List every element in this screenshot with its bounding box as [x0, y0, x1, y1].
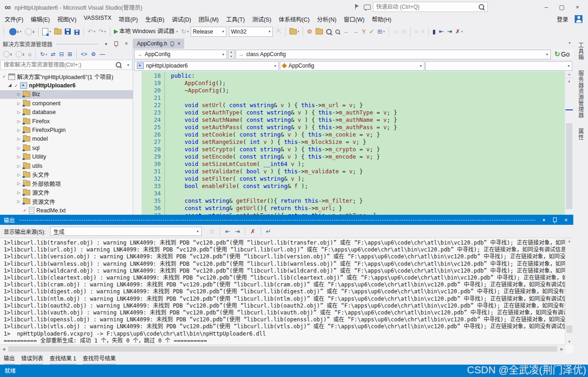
maximize-button[interactable]: ▢	[554, 1, 570, 12]
tree-row-model[interactable]: ▷model	[0, 135, 133, 143]
menu-item-c[interactable]: 体系结构(C)	[275, 14, 313, 24]
output-hscrollbar[interactable]: ◀ ▶	[0, 344, 565, 353]
menu-item-f[interactable]: 文件(F)	[1, 14, 27, 24]
close-tab-icon[interactable]: ×	[177, 40, 181, 47]
user-avatar-icon[interactable]	[575, 15, 582, 23]
scrollbar-thumb[interactable]	[566, 326, 572, 333]
tree-collapsed-icon[interactable]: ▷	[17, 137, 21, 141]
show-all-files-icon[interactable]: ⊞	[66, 51, 74, 58]
right-tab-属性[interactable]: 属性	[577, 128, 585, 140]
tree-collapsed-icon[interactable]: ▷	[17, 146, 21, 150]
project-combo[interactable]: npHttpUploader6▾	[134, 61, 279, 71]
tree-row-firefoxplugin[interactable]: ▷FirefoxPlugin	[0, 126, 133, 134]
word-wrap-icon[interactable]: ↵	[265, 228, 272, 235]
tree-collapsed-icon[interactable]: ▷	[17, 181, 21, 186]
tree-collapsed-icon[interactable]: ▷	[17, 199, 21, 204]
va-nav-back-icon[interactable]: ←	[342, 28, 351, 35]
menu-item-v[interactable]: 视图(V)	[54, 14, 80, 24]
prev-message-icon[interactable]: ⇤	[224, 228, 232, 235]
new-file-icon[interactable]: ▾	[41, 27, 52, 36]
tree-row-firefox[interactable]: ▷Firefox	[0, 117, 133, 126]
tree-collapsed-icon[interactable]: ▷	[17, 110, 21, 114]
minimize-button[interactable]: –	[538, 1, 554, 12]
quick-launch-box[interactable]	[373, 2, 488, 12]
right-tab-服务器资源管理器[interactable]: 服务器资源管理器	[577, 70, 585, 118]
tab-overflow-icon[interactable]: ▾	[569, 41, 571, 45]
menu-item-n[interactable]: 分析(N)	[313, 14, 340, 24]
sign-in-button[interactable]: 登录	[552, 14, 573, 24]
pin-icon[interactable]	[113, 41, 120, 46]
tree-collapsed-icon[interactable]: ▷	[17, 92, 21, 97]
tree-row-biz[interactable]: ▷Biz	[0, 90, 133, 99]
clear-bookmarks-icon[interactable]: ✗▾	[454, 28, 464, 35]
open-file-icon[interactable]	[53, 28, 63, 35]
quick-launch-input[interactable]	[373, 4, 475, 10]
tree-row-readmetxt[interactable]: ✓ReadMe.txt	[0, 206, 133, 215]
va-find-symbol-icon[interactable]	[334, 28, 342, 35]
va-context-field[interactable]: → class AppConfig▾	[236, 50, 551, 59]
tree-row-[interactable]: ▷资源文件	[0, 197, 133, 206]
next-bookmark-icon[interactable]: ⇥	[446, 28, 453, 35]
va-options-icon[interactable]: ⚙	[305, 28, 314, 35]
start-debug-button[interactable]: 本地 Windows 调试器 ▾	[113, 28, 180, 35]
tree-row-nphttpuploader61[interactable]: ✓解决方案"npHttpUploader6"(1 个项目)	[0, 72, 133, 81]
va-scope-spinner[interactable]: ▲▼	[228, 50, 235, 59]
output-vscrollbar[interactable]: ▲ ▼	[565, 238, 573, 345]
tree-collapsed-icon[interactable]: ▷	[17, 119, 21, 124]
va-open-file-icon[interactable]	[314, 28, 324, 35]
bookmark-icon[interactable]: ▮	[431, 28, 437, 35]
home-icon[interactable]: ⌂	[27, 51, 33, 58]
next-message-icon[interactable]: ⇥	[233, 228, 241, 235]
scroll-down-icon[interactable]: ▼	[565, 340, 573, 344]
configuration-combo[interactable]: Release▾	[191, 27, 226, 37]
split-handle-icon[interactable]: ÷	[565, 71, 573, 78]
sb-forward-icon[interactable]: ›	[14, 50, 26, 58]
menu-item-e[interactable]: 编辑(E)	[27, 14, 54, 24]
editor-scrollbar[interactable]: ÷ ▲	[565, 71, 573, 215]
menu-item-vassistx[interactable]: VASSISTX	[80, 14, 115, 24]
breakpoint-gutter[interactable]	[133, 71, 142, 215]
scroll-left-icon[interactable]: ◀	[0, 347, 7, 351]
scroll-right-icon[interactable]: ▶	[558, 347, 565, 351]
right-tab-工具箱[interactable]: 工具箱	[577, 42, 585, 60]
scroll-up-icon[interactable]: ▲	[565, 239, 573, 243]
menu-item-b[interactable]: 生成(B)	[141, 14, 168, 24]
tree-collapsed-icon[interactable]: ▷	[17, 172, 21, 177]
va-spellcheck-icon[interactable]: ✓	[368, 28, 375, 35]
member-combo[interactable]: ▾	[425, 61, 572, 71]
scrollbar-thumb[interactable]	[8, 346, 557, 352]
tree-row-utility[interactable]: ▷Utility	[0, 153, 133, 161]
redo-icon[interactable]: ↷▾	[97, 28, 107, 35]
view-code-icon[interactable]: <>	[79, 51, 89, 58]
pin-icon[interactable]	[551, 217, 559, 222]
document-tab-appconfig[interactable]: AppConfig.h ×	[133, 39, 184, 49]
menu-item-t[interactable]: 工具(T)	[222, 14, 249, 24]
tree-expanded-icon[interactable]	[8, 84, 11, 87]
properties-icon[interactable]: ⚙	[90, 51, 97, 58]
menu-item-m[interactable]: 团队(M)	[195, 14, 222, 24]
tree-row-utils[interactable]: ▷utils	[0, 161, 133, 170]
tree-row-sql[interactable]: ▷sql	[0, 143, 133, 152]
notifications-flag-icon[interactable]	[349, 1, 361, 12]
apply-changes-icon[interactable]: ↻▾	[180, 28, 190, 35]
menu-item-s[interactable]: 测试(S)	[249, 14, 275, 24]
close-button[interactable]: ×	[570, 1, 585, 12]
solution-search-box[interactable]: ▾	[0, 60, 132, 70]
menu-item-w[interactable]: 窗口(W)	[340, 14, 368, 24]
close-panel-icon[interactable]: ×	[123, 40, 130, 47]
save-all-icon[interactable]	[73, 28, 81, 35]
tree-row-database[interactable]: ▷database	[0, 108, 133, 117]
find-in-files-icon[interactable]: ▾	[288, 28, 301, 35]
nav-forward-icon[interactable]: ›	[23, 27, 36, 36]
pending-changes-icon[interactable]: ↻▾	[39, 51, 49, 58]
panel-menu-icon[interactable]: ▾	[540, 217, 548, 223]
undo-icon[interactable]: ↶▾	[86, 28, 96, 35]
va-clone-icon[interactable]: ⊞▾	[376, 28, 386, 35]
sync-with-active-icon[interactable]: ⇄	[50, 51, 57, 58]
nav-back-icon[interactable]: ‹▾	[8, 27, 23, 36]
pin-tab-icon[interactable]	[170, 42, 174, 46]
tree-row-nphttpuploader6[interactable]: ✓npHttpUploader6	[0, 81, 133, 90]
menu-item-h[interactable]: 帮助(H)	[368, 14, 395, 24]
search-options-icon[interactable]: ▾	[124, 63, 132, 67]
tree-collapsed-icon[interactable]: ▷	[17, 164, 21, 168]
